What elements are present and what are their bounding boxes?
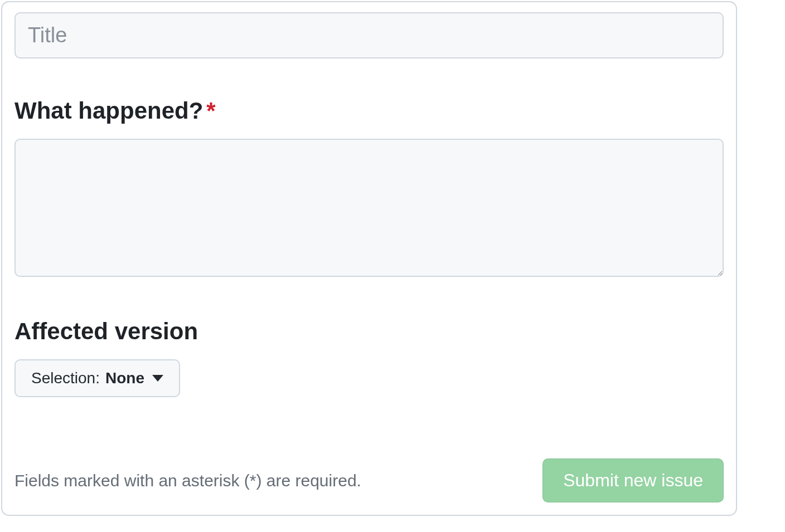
affected-version-dropdown[interactable]: Selection: None <box>14 359 180 397</box>
selection-value: None <box>105 369 144 387</box>
what-happened-label: What happened? <box>14 97 203 124</box>
caret-down-icon <box>152 375 163 382</box>
required-fields-note: Fields marked with an asterisk (*) are r… <box>14 471 361 490</box>
title-input[interactable] <box>14 12 724 58</box>
submit-new-issue-button[interactable]: Submit new issue <box>542 458 724 502</box>
issue-form: What happened?* Affected version Selecti… <box>1 1 737 516</box>
form-footer: Fields marked with an asterisk (*) are r… <box>14 458 724 502</box>
affected-version-section: Affected version Selection: None <box>14 318 724 397</box>
affected-version-label: Affected version <box>14 318 198 345</box>
what-happened-textarea[interactable] <box>14 139 724 277</box>
what-happened-section: What happened?* <box>14 97 724 279</box>
required-asterisk: * <box>206 97 215 124</box>
selection-prefix: Selection: <box>31 369 100 387</box>
